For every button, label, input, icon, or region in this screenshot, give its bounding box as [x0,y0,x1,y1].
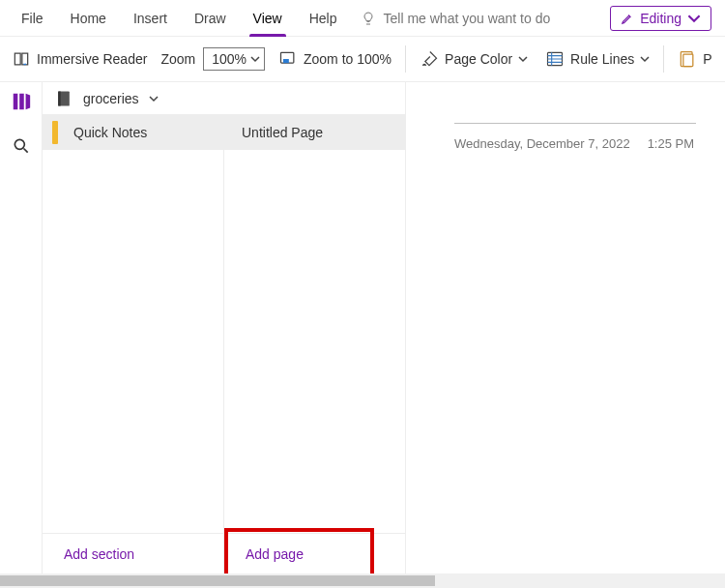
view-ribbon: Immersive Reader Zoom 100% Zoom to 100% … [0,37,725,82]
search-button[interactable] [8,132,35,160]
navigation-toggle-button[interactable] [8,88,35,115]
zoom-100-icon [278,49,298,69]
tab-draw[interactable]: Draw [181,0,240,36]
tab-file[interactable]: File [8,0,57,36]
tell-me-placeholder: Tell me what you want to do [384,11,551,26]
tab-view[interactable]: View [240,0,296,36]
chevron-down-icon [640,54,650,64]
notebook-icon [54,89,73,108]
pages-column: Untitled Page [224,115,405,533]
zoom-to-100-button[interactable]: Zoom to 100% [275,47,395,71]
chevron-down-icon [518,54,528,64]
tab-insert[interactable]: Insert [120,0,181,36]
chevron-down-icon [687,12,701,25]
lightbulb-icon [361,11,376,26]
add-page-button[interactable]: Add page [223,534,405,573]
scrollbar-thumb[interactable] [0,575,435,586]
ribbon-divider [405,45,406,73]
sections-column: Quick Notes [43,115,224,533]
zoom-label: Zoom [160,51,195,67]
tutorial-highlight [224,528,374,577]
nav-footer: Add section Add page [43,533,405,573]
notebook-picker[interactable]: groceries [43,82,405,115]
svg-rect-5 [13,94,17,110]
menu-bar: File Home Insert Draw View Help Tell me … [0,0,725,37]
tab-home[interactable]: Home [57,0,120,36]
add-section-button[interactable]: Add section [43,534,223,573]
tab-help[interactable]: Help [296,0,351,36]
left-rail [0,82,43,573]
zoom-combo[interactable]: 100% [203,47,265,71]
page-label: Untitled Page [242,125,323,140]
paper-size-icon [678,49,697,69]
navigation-icon [11,91,32,112]
immersive-reader-button[interactable]: Immersive Reader [8,47,151,71]
notebook-name: groceries [83,91,139,106]
page-item[interactable]: Untitled Page [224,115,405,150]
section-label: Quick Notes [73,125,147,140]
rule-lines-icon [545,49,565,69]
chevron-down-icon [250,54,260,64]
zoom-value: 100% [212,51,246,67]
pencil-icon [621,12,634,25]
page-date: Wednesday, December 7, 2022 [454,136,630,151]
page-title-underline [454,123,696,124]
page-time: 1:25 PM [648,136,694,151]
navigation-pane: groceries Quick Notes Untitled Page Add … [43,82,406,573]
svg-rect-9 [58,91,61,105]
rule-lines-button[interactable]: Rule Lines [541,47,653,71]
workspace: groceries Quick Notes Untitled Page Add … [0,82,725,573]
svg-rect-4 [683,54,693,67]
paper-size-button[interactable]: P [674,47,715,71]
page-canvas[interactable]: Wednesday, December 7, 2022 1:25 PM [406,82,725,573]
zoom-group: Zoom 100% [160,47,265,71]
editing-mode-button[interactable]: Editing [610,6,711,31]
tell-me-search[interactable]: Tell me what you want to do [351,11,611,26]
chevron-down-icon [149,94,159,103]
horizontal-scrollbar[interactable] [0,573,725,588]
search-icon [12,136,31,156]
page-meta: Wednesday, December 7, 2022 1:25 PM [454,136,694,151]
section-item[interactable]: Quick Notes [43,115,223,150]
svg-point-7 [14,139,24,149]
page-color-button[interactable]: Page Color [416,47,532,71]
svg-rect-6 [19,94,24,110]
svg-rect-1 [283,59,289,63]
nav-columns: Quick Notes Untitled Page [43,115,405,533]
ribbon-divider [663,45,664,73]
immersive-reader-icon [12,49,31,69]
section-color-tab [52,121,58,144]
page-color-icon [420,49,439,69]
